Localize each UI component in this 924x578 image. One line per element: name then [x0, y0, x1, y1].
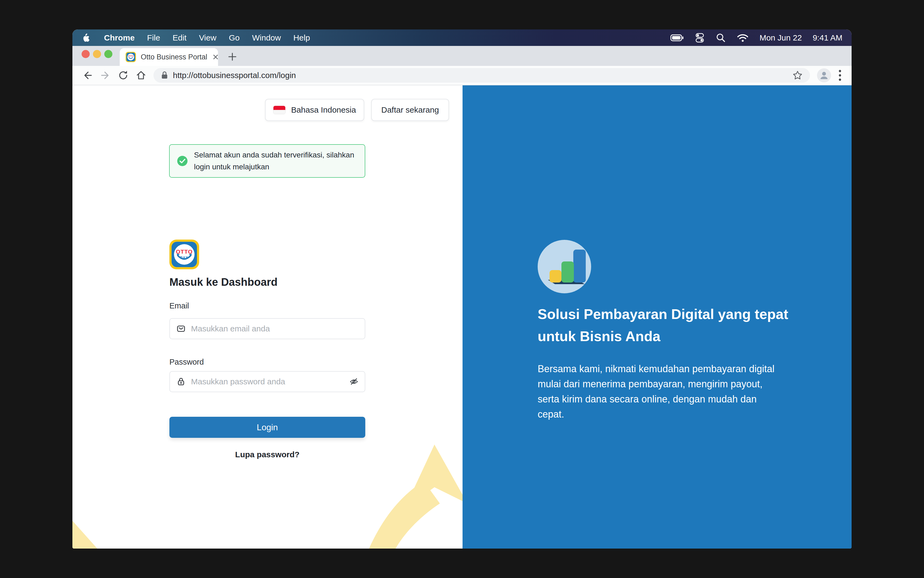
- password-field[interactable]: [169, 371, 365, 392]
- ottopay-logo: OTTO PAY: [169, 240, 199, 269]
- menubar-date[interactable]: Mon Jun 22: [760, 33, 802, 42]
- minimize-window-button[interactable]: [93, 50, 101, 58]
- control-center-icon[interactable]: [695, 32, 705, 43]
- url-text: http://ottobusinessportal.com/login: [173, 71, 788, 80]
- menubar-item-window[interactable]: Window: [252, 33, 281, 42]
- screenshot-stage: Chrome File Edit View Go Window Help: [0, 0, 924, 578]
- password-field-wrap: [169, 371, 365, 392]
- window-controls: [81, 50, 112, 58]
- menubar-item-go[interactable]: Go: [229, 33, 240, 42]
- tab-favicon: OTTO: [126, 52, 136, 62]
- omnibox[interactable]: http://ottobusinessportal.com/login: [153, 68, 810, 83]
- email-envelope-icon: [176, 324, 186, 333]
- hero-title: Solusi Pembayaran Digital yang tepat unt…: [538, 303, 789, 347]
- browser-window: Chrome File Edit View Go Window Help: [72, 29, 852, 549]
- battery-icon[interactable]: [670, 32, 684, 43]
- apple-menu-icon[interactable]: [81, 33, 90, 43]
- success-check-icon: [177, 155, 188, 167]
- svg-text:OTTO: OTTO: [128, 55, 134, 57]
- browser-menu-icon[interactable]: [838, 68, 842, 82]
- hero-panel: Solusi Pembayaran Digital yang tepat unt…: [463, 85, 852, 549]
- menubar-item-help[interactable]: Help: [294, 33, 310, 42]
- chrome-toolbar: http://ottobusinessportal.com/login: [72, 66, 852, 85]
- page-content: Bahasa Indonesia Daftar sekarang Selamat…: [72, 85, 852, 549]
- email-field-wrap: [169, 318, 365, 339]
- indonesia-flag-icon: [273, 106, 286, 114]
- password-lock-icon: [176, 377, 186, 386]
- language-selector-button[interactable]: Bahasa Indonesia: [265, 99, 364, 121]
- menubar-item-edit[interactable]: Edit: [173, 33, 187, 42]
- menubar-item-file[interactable]: File: [147, 33, 160, 42]
- register-button-label: Daftar sekarang: [381, 106, 439, 115]
- password-label: Password: [169, 357, 204, 367]
- browser-tab[interactable]: OTTO Otto Business Portal: [120, 48, 218, 66]
- bookmark-star-icon[interactable]: [792, 70, 803, 81]
- toggle-password-visibility-icon[interactable]: [349, 377, 359, 386]
- email-label: Email: [169, 302, 189, 310]
- register-button[interactable]: Daftar sekarang: [371, 99, 449, 121]
- hero-description: Bersama kami, nikmati kemudahan pembayar…: [538, 361, 782, 422]
- spotlight-search-icon[interactable]: [716, 32, 726, 43]
- menubar-item-view[interactable]: View: [199, 33, 216, 42]
- forgot-password-link[interactable]: Lupa password?: [169, 450, 365, 459]
- login-button[interactable]: Login: [169, 417, 365, 438]
- wifi-icon[interactable]: [737, 33, 749, 43]
- chrome-tab-strip: OTTO Otto Business Portal: [72, 46, 852, 66]
- tab-title: Otto Business Portal: [141, 53, 207, 61]
- forward-icon[interactable]: [100, 70, 111, 81]
- profile-avatar-icon[interactable]: [817, 68, 831, 82]
- svg-text:OTTO: OTTO: [176, 248, 193, 255]
- bar-chart-illustration: [538, 240, 591, 293]
- tab-close-icon[interactable]: [212, 54, 219, 60]
- zoom-window-button[interactable]: [104, 50, 112, 58]
- login-panel: Bahasa Indonesia Daftar sekarang Selamat…: [72, 85, 463, 549]
- macos-menubar: Chrome File Edit View Go Window Help: [72, 29, 852, 46]
- language-selector-label: Bahasa Indonesia: [291, 106, 356, 115]
- back-icon[interactable]: [82, 70, 93, 81]
- email-field[interactable]: [169, 318, 365, 339]
- menubar-time[interactable]: 9:41 AM: [813, 33, 843, 42]
- new-tab-button[interactable]: [225, 50, 239, 64]
- home-icon[interactable]: [136, 70, 146, 81]
- menubar-item-chrome[interactable]: Chrome: [104, 33, 135, 42]
- lock-icon[interactable]: [161, 71, 169, 80]
- close-window-button[interactable]: [81, 50, 90, 58]
- success-alert: Selamat akun anda sudah terverifikasi, s…: [169, 144, 365, 178]
- menubar-status-area: Mon Jun 22 9:41 AM: [670, 32, 843, 43]
- reload-icon[interactable]: [118, 70, 128, 81]
- page-title: Masuk ke Dashboard: [169, 276, 278, 288]
- success-alert-text: Selamat akun anda sudah terverifikasi, s…: [194, 149, 358, 173]
